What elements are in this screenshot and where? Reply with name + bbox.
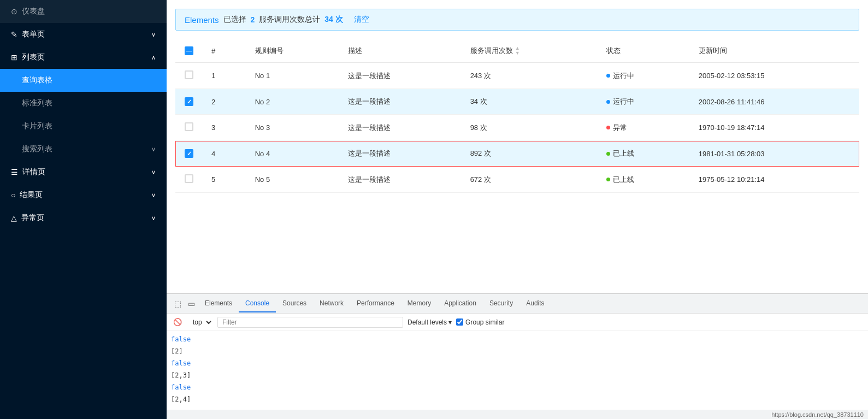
sidebar-item-exception[interactable]: △ 异常页 ∨	[0, 206, 167, 229]
sidebar-item-dashboard[interactable]: ⊙ 仪表盘	[0, 0, 167, 23]
selected-count: 2	[251, 15, 255, 24]
sidebar-item-detail-page[interactable]: ☰ 详情页 ∨	[0, 161, 167, 184]
row-calls: 672 次	[462, 167, 598, 193]
devtools-toolbar: 🚫 top Default levels ▾ Group similar	[167, 314, 868, 331]
console-line: [2,4]	[171, 393, 864, 405]
context-select[interactable]: top	[188, 317, 213, 328]
group-similar-label[interactable]: Group similar	[456, 318, 504, 326]
status-dot-icon	[606, 74, 610, 78]
list-icon: ⊞	[11, 53, 17, 62]
table-row: 5No 5这是一段描述672 次已上线1975-05-12 10:21:14	[175, 167, 859, 193]
row-updated: 1981-01-31 05:28:03	[690, 141, 859, 167]
row-5-checkbox[interactable]	[185, 174, 193, 183]
sidebar-item-query-table[interactable]: 查询表格	[0, 69, 167, 92]
row-rule-no: No 3	[246, 115, 340, 141]
tab-sources[interactable]: Sources	[276, 295, 313, 312]
chevron-down-icon: ∨	[151, 31, 156, 38]
row-desc: 这是一段描述	[339, 141, 461, 167]
sidebar-item-label: 搜索列表	[22, 144, 52, 154]
levels-dropdown[interactable]: Default levels ▾	[408, 318, 452, 326]
data-table-container: # 规则编号 描述 服务调用次数 ▲ ▼ 状	[175, 39, 859, 193]
clear-button[interactable]: 清空	[354, 15, 369, 25]
console-prompt[interactable]: >	[171, 405, 864, 410]
row-updated: 1970-10-19 18:47:14	[690, 115, 859, 141]
main-content: Elements 已选择 2 服务调用次数总计 34 次 清空 # 规则编号 描…	[167, 0, 868, 419]
th-checkbox[interactable]	[175, 39, 203, 63]
row-checkbox-cell	[175, 141, 203, 167]
table-row: 2No 2这是一段描述34 次运行中2002-08-26 11:41:46	[175, 89, 859, 115]
console-line: [2]	[171, 345, 864, 357]
chevron-down-icon: ∨	[151, 192, 156, 199]
dashboard-icon: ⊙	[11, 7, 17, 16]
sort-arrows-icon[interactable]: ▲ ▼	[515, 46, 520, 56]
status-text: 已上线	[613, 149, 634, 158]
row-status: 异常	[598, 115, 690, 141]
devtools-inspect-icon[interactable]: ⬚	[171, 297, 185, 310]
th-rule-no: 规则编号	[246, 39, 340, 63]
row-num: 1	[203, 63, 246, 89]
sidebar-item-label: 异常页	[21, 213, 44, 223]
th-num: #	[203, 39, 246, 63]
row-2-checkbox[interactable]	[185, 97, 193, 106]
sidebar-item-label: 标准列表	[22, 98, 52, 108]
status-text: 运行中	[613, 71, 634, 81]
status-text: 运行中	[613, 97, 634, 107]
row-calls: 243 次	[462, 63, 598, 89]
th-updated: 更新时间	[690, 39, 859, 63]
row-num: 3	[203, 115, 246, 141]
tab-audits[interactable]: Audits	[519, 295, 551, 312]
tab-application[interactable]: Application	[438, 295, 483, 312]
sidebar-item-card-list[interactable]: 卡片列表	[0, 115, 167, 138]
row-checkbox-cell	[175, 63, 203, 89]
sidebar-item-form-page[interactable]: ✎ 表单页 ∨	[0, 23, 167, 46]
info-text-prefix: 已选择	[223, 15, 246, 25]
sidebar-item-label: 查询表格	[22, 75, 52, 85]
row-4-checkbox[interactable]	[185, 149, 193, 158]
info-icon: Elements	[185, 15, 219, 25]
group-similar-text: Group similar	[465, 318, 504, 326]
tab-console[interactable]: Console	[239, 295, 276, 312]
tab-memory[interactable]: Memory	[401, 295, 438, 312]
sidebar-item-search-list[interactable]: 搜索列表 ∨	[0, 138, 167, 161]
tab-security[interactable]: Security	[483, 295, 519, 312]
bottom-url: https://blog.csdn.net/qq_38731110	[771, 411, 864, 418]
row-calls: 34 次	[462, 89, 598, 115]
row-updated: 2002-08-26 11:41:46	[690, 89, 859, 115]
row-status: 已上线	[598, 167, 690, 193]
detail-icon: ☰	[11, 168, 18, 176]
group-similar-checkbox[interactable]	[456, 318, 463, 326]
exception-icon: △	[11, 214, 17, 222]
row-rule-no: No 5	[246, 167, 340, 193]
th-calls[interactable]: 服务调用次数 ▲ ▼	[462, 39, 598, 63]
levels-label: Default levels	[408, 318, 447, 326]
sidebar-item-standard-list[interactable]: 标准列表	[0, 92, 167, 115]
sidebar-item-result-page[interactable]: ○ 结果页 ∨	[0, 184, 167, 206]
row-rule-no: No 4	[246, 141, 340, 167]
devtools-ban-icon[interactable]: 🚫	[171, 317, 184, 327]
filter-input[interactable]	[217, 317, 403, 328]
data-table: # 规则编号 描述 服务调用次数 ▲ ▼ 状	[175, 39, 859, 193]
row-3-checkbox[interactable]	[185, 122, 193, 131]
chevron-down-icon: ∨	[151, 169, 156, 176]
row-status: 运行中	[598, 63, 690, 89]
sidebar-item-label: 表单页	[22, 29, 45, 39]
header-checkbox[interactable]	[185, 46, 193, 55]
tab-performance[interactable]: Performance	[350, 295, 401, 312]
tab-elements[interactable]: Elements	[198, 295, 239, 312]
sidebar-item-label: 仪表盘	[22, 7, 45, 16]
devtools-tab-bar: ⬚ ▭ Elements Console Sources Network Per…	[167, 294, 868, 314]
row-desc: 这是一段描述	[339, 115, 461, 141]
content-area: Elements 已选择 2 服务调用次数总计 34 次 清空 # 规则编号 描…	[167, 0, 868, 293]
row-calls: 892 次	[462, 141, 598, 167]
levels-arrow-icon: ▾	[448, 318, 452, 326]
table-row: 3No 3这是一段描述98 次异常1970-10-19 18:47:14	[175, 115, 859, 141]
sidebar: ⊙ 仪表盘 ✎ 表单页 ∨ ⊞ 列表页 ∧ 查询表格 标准列表 卡片列表 搜索列…	[0, 0, 167, 419]
row-rule-no: No 2	[246, 89, 340, 115]
tab-network[interactable]: Network	[313, 295, 350, 312]
devtools-device-icon[interactable]: ▭	[185, 297, 198, 310]
sidebar-item-label: 列表页	[22, 52, 45, 62]
result-icon: ○	[11, 191, 15, 199]
console-line: false	[171, 381, 864, 393]
row-1-checkbox[interactable]	[185, 70, 193, 79]
sidebar-item-list-page[interactable]: ⊞ 列表页 ∧	[0, 46, 167, 69]
